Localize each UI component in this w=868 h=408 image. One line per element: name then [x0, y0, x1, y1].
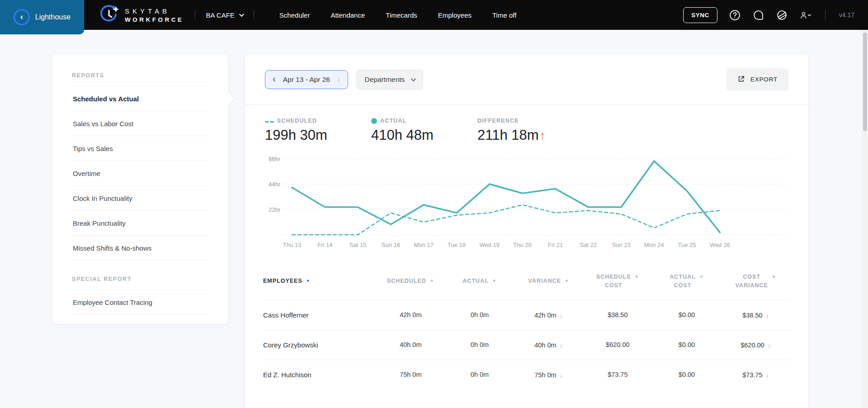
table-cell: 75h 0m↓	[514, 371, 583, 379]
table-row[interactable]: Ed Z. Hutchison75h 0m0h 0m75h 0m↓$73.75$…	[263, 360, 790, 389]
export-icon	[737, 75, 745, 84]
employee-name: Cass Hofferner	[263, 311, 376, 319]
column-header-actual-cost[interactable]: ACTUAL COST▼	[652, 273, 722, 290]
sort-caret-icon: ▼	[772, 274, 776, 280]
difference-stat-label: DIFFERENCE	[477, 118, 519, 124]
x-axis-label: Tue 18	[448, 242, 466, 248]
account-icon[interactable]	[800, 9, 811, 21]
employee-name: Corey Grzybowski	[263, 341, 376, 349]
table-row[interactable]: Cass Hofferner42h 0m0h 0m42h 0m↓$38.50$0…	[263, 300, 790, 330]
column-label: VARIANCE	[528, 277, 561, 285]
date-range-picker[interactable]: ‹ Apr 13 - Apr 26 ›	[265, 70, 348, 89]
sync-button[interactable]: SYNC	[683, 7, 717, 23]
column-label: EMPLOYEES	[263, 277, 302, 285]
table-cell: 40h 0m	[376, 341, 445, 348]
skytab-workforce-logo: SKYTAB WORKFORCE	[99, 4, 184, 26]
location-label: BA CAFE	[206, 11, 235, 19]
column-header-actual[interactable]: ACTUAL▼	[445, 277, 514, 285]
column-header-scheduled[interactable]: SCHEDULED▼	[376, 277, 445, 285]
updates-icon[interactable]	[776, 9, 788, 21]
variance-down-arrow-icon: ↓	[560, 371, 563, 379]
reports-section-header: REPORTS	[72, 72, 208, 86]
x-axis-label: Wed 19	[480, 242, 500, 248]
table-cell: $0.00	[652, 371, 722, 378]
table-cell: 0h 0m	[445, 341, 514, 348]
logo-line1: SKYTAB	[125, 7, 184, 15]
column-label: ACTUAL COST	[670, 273, 695, 290]
prev-period-icon[interactable]: ‹	[273, 74, 276, 83]
column-header-variance[interactable]: VARIANCE▼	[514, 277, 583, 285]
scheduled-legend-icon	[265, 118, 274, 124]
sidebar-item-employee-contact-tracing[interactable]: Employee Contact Tracing	[72, 290, 208, 315]
x-axis-label: Mon 24	[644, 242, 664, 248]
clock-logo-icon	[99, 4, 119, 26]
column-header-employees[interactable]: EMPLOYEES▼	[263, 277, 376, 285]
version-label: v4.17	[839, 11, 854, 19]
x-axis-label: Mon 17	[414, 242, 434, 248]
scheduled-vs-actual-report: ‹ Apr 13 - Apr 26 › Departments EXPORT S…	[245, 54, 808, 408]
column-header-cost-variance[interactable]: COST VARIANCE▼	[721, 273, 790, 290]
table-row[interactable]: Corey Grzybowski40h 0m0h 0m40h 0m↓$620.0…	[263, 330, 790, 360]
scheduled-stat-label: SCHEDULED	[277, 118, 317, 124]
sort-caret-icon: ▼	[699, 274, 704, 280]
sidebar-item-tips-vs-sales[interactable]: Tips vs Sales	[72, 136, 208, 161]
sidebar-item-overtime[interactable]: Overtime	[72, 161, 208, 186]
nav-item-timecards[interactable]: Timecards	[386, 11, 417, 19]
x-axis-label: Sat 22	[580, 242, 597, 248]
x-axis-label: Wed 26	[710, 242, 730, 248]
sidebar-item-break-punctuality[interactable]: Break Punctuality	[72, 211, 208, 236]
nav-item-time-off[interactable]: Time off	[492, 11, 516, 19]
table-cell: 40h 0m↓	[514, 341, 583, 349]
y-axis-tick: 66hr	[269, 156, 281, 162]
column-label: ACTUAL	[462, 277, 488, 285]
column-label: SCHEDULE COST	[596, 273, 631, 290]
difference-stat: DIFFERENCE 211h 18m ↑	[477, 118, 557, 143]
divider	[254, 10, 254, 20]
nav-item-attendance[interactable]: Attendance	[330, 11, 365, 19]
nav-item-employees[interactable]: Employees	[438, 11, 472, 19]
actual-stat: ACTUAL 410h 48m	[371, 118, 450, 143]
departments-dropdown[interactable]: Departments	[356, 70, 424, 90]
logo-line2: WORKFORCE	[125, 16, 184, 23]
table-cell: $73.75↓	[721, 371, 790, 379]
chat-icon[interactable]	[753, 9, 764, 21]
lighthouse-back-button[interactable]: ‹ Lighthouse	[0, 0, 84, 34]
table-cell: 42h 0m↓	[514, 311, 583, 319]
date-range-label: Apr 13 - Apr 26	[283, 76, 330, 84]
table-cell: $38.50↓	[721, 311, 790, 319]
sidebar-item-sales-vs-labor-cost[interactable]: Sales vs Labor Cost	[72, 111, 208, 136]
table-cell: 75h 0m	[376, 371, 445, 378]
x-axis-label: Sun 23	[612, 242, 630, 248]
actual-line	[292, 161, 720, 232]
location-selector[interactable]: BA CAFE	[206, 11, 243, 19]
scheduled-stat: SCHEDULED 199h 30m	[265, 118, 344, 143]
variance-down-arrow-icon: ↓	[766, 311, 769, 319]
help-icon[interactable]	[729, 9, 741, 21]
sort-caret-icon: ▼	[635, 274, 639, 280]
x-axis-label: Fri 21	[548, 242, 563, 248]
chevron-down-icon	[411, 76, 416, 81]
sidebar-item-clock-in-punctuality[interactable]: Clock In Punctuality	[72, 186, 208, 211]
nav-item-scheduler[interactable]: Scheduler	[279, 11, 310, 19]
table-cell: $0.00	[652, 311, 722, 318]
departments-label: Departments	[365, 76, 405, 84]
variance-down-arrow-icon: ↓	[766, 371, 769, 379]
x-axis-label: Thu 13	[283, 242, 301, 248]
sidebar-item-missed-shifts-no-shows[interactable]: Missed Shifts & No-shows	[72, 236, 208, 261]
export-button[interactable]: EXPORT	[726, 68, 788, 91]
vertical-scrollbar[interactable]	[862, 30, 868, 408]
variance-down-arrow-icon: ↓	[560, 341, 563, 349]
scrollbar-thumb[interactable]	[863, 33, 867, 131]
table-cell: 0h 0m	[445, 371, 514, 378]
hours-line-chart: 22hr44hr66hrThu 13Fri 14Sat 15Sun 16Mon …	[245, 143, 808, 253]
column-label: SCHEDULED	[387, 277, 426, 285]
x-axis-label: Sat 15	[349, 242, 367, 248]
difference-up-arrow-icon: ↑	[540, 128, 546, 142]
table-cell: $620.00	[583, 341, 652, 348]
chevron-down-icon	[239, 12, 244, 17]
next-period-icon[interactable]: ›	[337, 74, 340, 83]
sidebar-item-scheduled-vs-actual[interactable]: Scheduled vs Actual	[72, 86, 208, 111]
column-header-schedule-cost[interactable]: SCHEDULE COST▼	[583, 273, 652, 290]
employee-name: Ed Z. Hutchison	[263, 371, 376, 379]
x-axis-label: Sun 16	[382, 242, 400, 248]
